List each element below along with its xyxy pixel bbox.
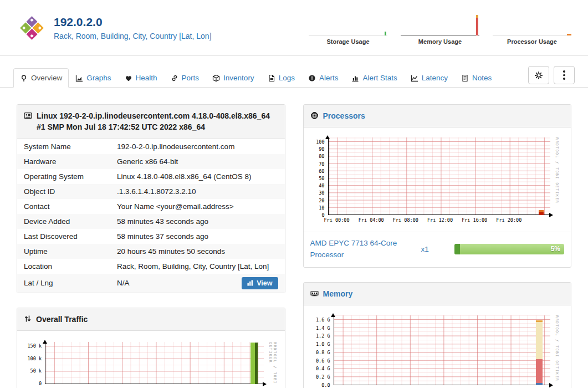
table-row: Uptime20 hours 45 minutes 50 seconds bbox=[17, 244, 285, 259]
rrdtool-watermark: RRDTOOL / TOBI OETIKER bbox=[555, 137, 559, 203]
table-row: HardwareGeneric x86 64-bit bbox=[17, 154, 285, 169]
y-axis-label: 80 bbox=[308, 154, 325, 159]
storage-usage-mini-graph[interactable]: Storage Usage bbox=[309, 11, 387, 45]
health-heart-icon bbox=[125, 74, 132, 82]
memory-panel: Memory 0.00.2 G0.4 G0.6 G0.8 G1.0 G1.2 G… bbox=[303, 282, 572, 388]
x-axis-label: Fri 04:00 bbox=[359, 218, 384, 223]
device-title: 192.0.2.0 bbox=[54, 16, 212, 29]
tab-latency[interactable]: Latency bbox=[404, 68, 454, 88]
table-row-lat-lng: Lat / Lng N/A View bbox=[17, 274, 285, 293]
kebab-menu-icon bbox=[563, 70, 565, 81]
y-axis-label: 0.6 G bbox=[308, 359, 330, 364]
tab-graphs[interactable]: Graphs bbox=[69, 68, 117, 88]
alerts-icon bbox=[308, 74, 316, 82]
cpu-summary-row: AMD EPYC 7713 64-Core Processor x1 5% bbox=[304, 232, 571, 267]
y-axis-label: 50 bbox=[308, 176, 325, 181]
y-axis-label: 100 bbox=[308, 140, 325, 145]
y-axis-label: 20 bbox=[308, 198, 325, 203]
traffic-arrows-icon bbox=[24, 315, 32, 323]
device-info-panel: Linux 192-0-2-0.ip.linodeusercontent.com… bbox=[17, 104, 285, 293]
header-mini-graphs: Storage Usage Memory Usage Processor Usa… bbox=[309, 11, 571, 45]
overall-traffic-header: Overall Traffic bbox=[17, 308, 285, 331]
tab-ports[interactable]: Ports bbox=[164, 68, 206, 88]
storage-usage-label: Storage Usage bbox=[309, 38, 387, 45]
graphs-icon bbox=[75, 74, 83, 82]
ports-link-icon bbox=[171, 74, 178, 82]
tab-inventory[interactable]: Inventory bbox=[206, 68, 261, 88]
processor-usage-mini-graph[interactable]: Processor Usage bbox=[493, 11, 571, 45]
rrdtool-watermark: RRDTOOL / TOBI OETIKER bbox=[268, 342, 277, 388]
y-axis-label: 0 bbox=[308, 213, 325, 218]
more-options-button[interactable] bbox=[554, 66, 575, 84]
graph-bar bbox=[255, 343, 258, 384]
y-axis-label: 1.6 G bbox=[308, 318, 330, 323]
device-banner-text: Linux 192-0-2-0.ip.linodeusercontent.com… bbox=[37, 110, 278, 133]
processors-panel: Processors 0102030405060708090100Fri 00:… bbox=[303, 104, 572, 268]
ram-stick-icon bbox=[310, 289, 319, 298]
settings-button[interactable] bbox=[528, 66, 549, 84]
gear-icon bbox=[534, 71, 543, 80]
graph-bar bbox=[536, 359, 543, 385]
table-row: System Name192-0-2-0.ip.linodeuserconten… bbox=[17, 139, 285, 154]
notes-icon bbox=[461, 74, 469, 82]
y-axis-label: 10 bbox=[308, 206, 325, 211]
rrdtool-watermark: RRDTOOL / TOBI OETIKER bbox=[555, 315, 559, 381]
overall-traffic-graph[interactable]: 050 k100 k150 kRRDTOOL / TOBI OETIKER bbox=[22, 335, 280, 388]
table-row: Operating SystemLinux 4.18.0-408.el8.x86… bbox=[17, 169, 285, 184]
y-axis-label: 100 k bbox=[22, 356, 42, 361]
id-card-icon bbox=[24, 111, 32, 120]
y-axis-label: 1.2 G bbox=[308, 334, 330, 339]
tab-health[interactable]: Health bbox=[118, 68, 164, 88]
cpu-chip-icon bbox=[310, 111, 319, 120]
y-axis-label: 0.4 G bbox=[308, 366, 330, 371]
table-row: ContactYour Name <your@email.address> bbox=[17, 199, 285, 214]
table-row: Object ID.1.3.6.1.4.1.8072.3.2.10 bbox=[17, 184, 285, 199]
table-row: LocationRack, Room, Building, City, Coun… bbox=[17, 259, 285, 274]
processor-usage-mini-chart bbox=[493, 11, 571, 35]
processors-graph[interactable]: 0102030405060708090100Fri 00:00Fri 04:00… bbox=[308, 132, 567, 227]
cpu-usage-fill bbox=[454, 244, 460, 254]
centos-logo-icon bbox=[19, 15, 45, 41]
tab-bar: Overview Graphs Health Ports Inventory L… bbox=[0, 66, 588, 88]
graph-bar bbox=[539, 212, 544, 215]
y-axis-label: 50 k bbox=[22, 369, 42, 374]
tab-notes[interactable]: Notes bbox=[454, 68, 498, 88]
latency-line-chart-icon bbox=[411, 74, 418, 82]
x-axis-label: Fri 12:00 bbox=[427, 218, 453, 223]
device-location-link[interactable]: Rack, Room, Building, City, Country [Lat… bbox=[54, 32, 212, 40]
tab-alerts[interactable]: Alerts bbox=[301, 68, 345, 88]
y-axis-label: 60 bbox=[308, 169, 325, 174]
x-axis-label: Fri 20:00 bbox=[496, 218, 521, 223]
memory-title[interactable]: Memory bbox=[323, 288, 353, 299]
view-map-button[interactable]: View bbox=[242, 277, 278, 289]
memory-graph[interactable]: 0.00.2 G0.4 G0.6 G0.8 G1.0 G1.2 G1.4 G1.… bbox=[308, 310, 567, 388]
storage-usage-mini-chart bbox=[309, 11, 387, 35]
processor-usage-label: Processor Usage bbox=[493, 38, 571, 45]
tab-actions bbox=[528, 66, 575, 87]
lat-lng-value: N/A bbox=[117, 279, 130, 287]
processors-header: Processors bbox=[304, 105, 571, 127]
x-axis-label: Fri 00:00 bbox=[324, 218, 350, 223]
cpu-usage-bar: 5% bbox=[454, 244, 564, 254]
memory-usage-mini-chart bbox=[401, 11, 479, 35]
tab-alert-stats[interactable]: Alert Stats bbox=[345, 68, 403, 88]
cpu-name-link[interactable]: AMD EPYC 7713 64-Core Processor bbox=[310, 238, 406, 261]
cpu-count: x1 bbox=[421, 245, 429, 253]
x-axis-label: Fri 08:00 bbox=[393, 218, 418, 223]
tab-logs[interactable]: Logs bbox=[261, 68, 301, 88]
y-axis-label: 70 bbox=[308, 162, 325, 167]
overall-traffic-panel: Overall Traffic 050 k100 k150 kRRDTOOL /… bbox=[17, 308, 285, 388]
table-row: Last Discovered58 minutes 37 seconds ago bbox=[17, 229, 285, 244]
overview-icon bbox=[20, 74, 28, 82]
tab-overview[interactable]: Overview bbox=[13, 68, 69, 88]
alert-stats-chart-icon bbox=[351, 74, 359, 82]
x-axis-label: Fri 16:00 bbox=[462, 218, 487, 223]
y-axis-label: 0.0 bbox=[308, 383, 330, 388]
processors-title[interactable]: Processors bbox=[323, 110, 365, 121]
overall-traffic-title: Overall Traffic bbox=[36, 314, 88, 325]
y-axis-label: 0.8 G bbox=[308, 350, 330, 355]
y-axis-label: 30 bbox=[308, 191, 325, 196]
memory-usage-mini-graph[interactable]: Memory Usage bbox=[401, 11, 479, 45]
y-axis-label: 1.0 G bbox=[308, 342, 330, 347]
memory-header: Memory bbox=[304, 283, 571, 305]
